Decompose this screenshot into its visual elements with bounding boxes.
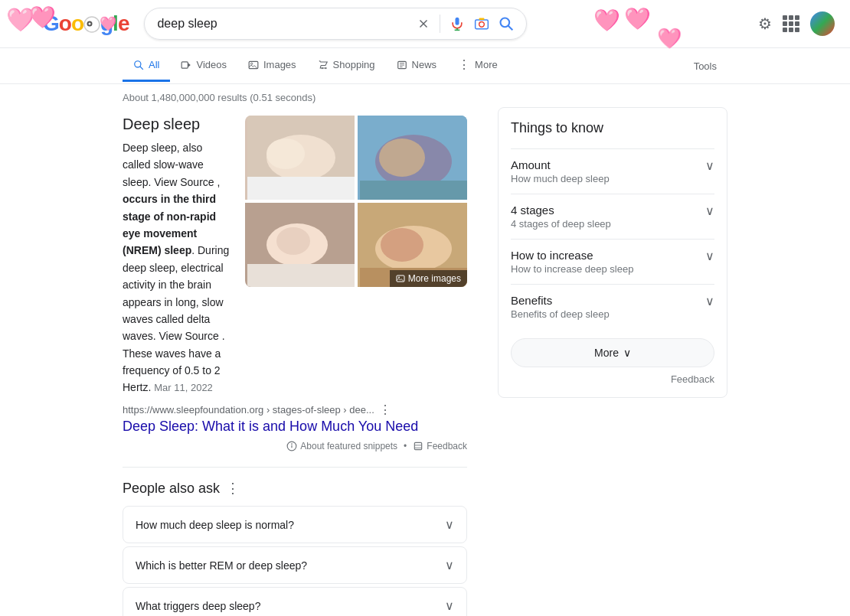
svg-rect-42 [415,443,422,450]
snippet-image-4: More images [358,203,467,287]
tab-images[interactable]: Images [237,50,307,82]
paa-question-2[interactable]: Which is better REM or deep sleep? ∨ [123,547,466,583]
decorative-heart-6: 🩷 [657,27,682,51]
sidebar: Things to know Amount How much deep slee… [498,92,727,616]
chevron-down-amount: ∨ [705,158,714,173]
tab-all[interactable]: All [123,50,170,82]
things-item-benefits[interactable]: Benefits Benefits of deep sleep ∨ [511,284,714,329]
things-item-increase-label: How to increase [511,249,633,262]
things-item-amount-label: Amount [511,158,610,171]
decorative-heart-5: 🩷 [624,6,651,31]
settings-button[interactable]: ⚙ [758,15,772,33]
snippet-image-1 [245,116,355,200]
chevron-down-increase: ∨ [705,249,714,263]
decorative-heart-3: 🩷 [100,15,116,32]
about-snippets-text[interactable]: About featured snippets [300,441,397,451]
svg-rect-24 [247,177,355,200]
paa-item-2: Which is better REM or deep sleep? ∨ [123,546,467,584]
snippet-source-url: https://www.sleepfoundation.org › stages… [123,403,467,417]
more-images-button[interactable]: More images [390,270,467,287]
snippet-result-link[interactable]: Deep Sleep: What it is and How Much You … [123,419,418,434]
things-more-label: More [594,347,619,359]
things-to-know: Things to know Amount How much deep slee… [498,107,727,398]
things-item-increase[interactable]: How to increase How to increase deep sle… [511,239,714,284]
things-item-benefits-content: Benefits Benefits of deep sleep [511,294,610,320]
chevron-down-icon-1: ∨ [445,517,454,532]
paa-item-3: What triggers deep sleep? ∨ [123,587,467,616]
paa-question-3-text: What triggers deep sleep? [136,600,260,612]
snippet-body-after: . During deep sleep, electrical activity… [123,244,229,393]
svg-point-7 [479,22,485,28]
snippet-text: Deep sleep Deep sleep, also called slow-… [123,116,230,396]
apps-button[interactable] [783,15,799,32]
things-more-button[interactable]: More ∨ [511,338,714,367]
things-item-amount-sub: How much deep sleep [511,173,610,184]
about-snippets: About featured snippets • Feedback [123,441,467,451]
result-count: About 1,480,000,000 results (0.51 second… [123,92,467,103]
things-item-stages-content: 4 stages 4 stages of deep sleep [511,204,611,230]
decorative-heart-4: 🩷 [593,8,620,33]
tab-all-label: All [149,59,159,70]
snippet-date: Mar 11, 2022 [154,382,213,393]
tab-more[interactable]: ⋮ More [447,48,508,83]
tab-shopping[interactable]: Shopping [307,50,386,82]
clear-button[interactable] [417,17,430,31]
things-item-amount[interactable]: Amount How much deep sleep ∨ [511,148,714,194]
tab-videos[interactable]: Videos [170,50,237,82]
chevron-down-icon-3: ∨ [445,598,454,613]
snippet-title: Deep sleep [123,116,230,133]
snippet-image-2 [358,116,467,200]
things-item-stages-sub: 4 stages of deep sleep [511,218,611,230]
things-item-stages[interactable]: 4 stages 4 stages of deep sleep ∨ [511,194,714,239]
main-results: About 1,480,000,000 results (0.51 second… [123,92,467,616]
things-item-stages-label: 4 stages [511,204,611,217]
svg-rect-28 [360,181,467,200]
chevron-down-more: ∨ [623,347,631,359]
chevron-down-icon-2: ∨ [445,558,454,572]
svg-point-38 [398,277,400,279]
search-input[interactable]: deep sleep [157,17,409,31]
svg-rect-8 [479,18,485,21]
svg-rect-13 [182,61,188,67]
paa-item-1: How much deep sleep is normal? ∨ [123,506,467,543]
feedback-link-1[interactable]: Feedback [427,441,467,451]
snippet-body-plain: Deep sleep, also called slow-wave sleep.… [123,142,220,188]
things-item-benefits-label: Benefits [511,294,610,307]
svg-rect-3 [456,18,459,25]
camera-search-button[interactable] [474,16,489,31]
svg-point-23 [266,139,305,169]
tab-more-label: More [475,59,498,70]
svg-point-31 [276,227,310,255]
divider [440,15,440,33]
tools-tab[interactable]: Tools [683,51,727,81]
tab-images-label: Images [263,59,296,70]
chevron-down-benefits: ∨ [705,294,714,308]
snippet-more-options[interactable]: ⋮ [379,403,391,417]
decorative-heart-2: 🩷 [29,5,56,30]
things-item-increase-sub: How to increase deep sleep [511,263,633,275]
tab-news-label: News [412,59,437,70]
header-right: ⚙ [758,11,835,36]
search-button[interactable] [499,16,514,31]
paa-section: People also ask ⋮ How much deep sleep is… [123,467,467,616]
tab-news[interactable]: News [386,50,448,82]
more-images-label: More images [408,273,461,284]
things-title: Things to know [511,120,714,136]
paa-question-1[interactable]: How much deep sleep is normal? ∨ [123,507,466,543]
snippet-images[interactable]: More images [245,116,467,287]
things-feedback[interactable]: Feedback [511,373,714,385]
paa-more-options[interactable]: ⋮ [226,480,240,497]
things-item-amount-content: Amount How much deep sleep [511,158,610,184]
chevron-down-stages: ∨ [705,204,714,218]
things-item-increase-content: How to increase How to increase deep sle… [511,249,633,275]
tab-videos-label: Videos [196,59,227,70]
separator: • [404,441,407,451]
user-avatar[interactable] [810,11,835,36]
search-bar-icons [417,15,514,33]
paa-question-3[interactable]: What triggers deep sleep? ∨ [123,588,466,616]
svg-point-41 [291,443,293,445]
paa-header: People also ask ⋮ [123,480,467,497]
svg-line-12 [140,66,143,69]
header: 🩷 🩷 🩷 🩷 🩷 🩷 Google deep sleep ⚙ [0,0,850,48]
microphone-button[interactable] [450,16,465,31]
